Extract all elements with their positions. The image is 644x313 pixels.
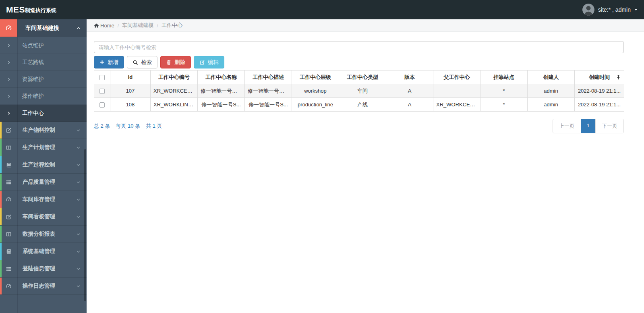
pagination-summary: 总 2 条 每页 10 条 共 1 页: [94, 122, 162, 130]
sidebar: 车间基础建模 站点维护 工艺路线 资源维护 操作维护 工作中心 生产物料控制: [0, 19, 87, 313]
caret-down-icon: [634, 9, 638, 10]
cell-created: 2022-08-19 21:1...: [575, 98, 624, 112]
sidebar-section-label: 生产过程控制: [17, 161, 76, 168]
sidebar-section-label: 生产物料控制: [17, 126, 76, 134]
cell-desc: 修一智能一号车间: [245, 84, 292, 98]
user-menu[interactable]: site:* , admin: [576, 0, 644, 19]
sidebar-section-label: 操作日志管理: [17, 282, 76, 290]
chevron-right-icon: [7, 111, 11, 115]
section-color-strip: [0, 139, 2, 156]
breadcrumb-home-link[interactable]: Home: [94, 23, 114, 29]
next-page-button[interactable]: 下一页: [595, 119, 623, 133]
sidebar-section-workshop-modeling[interactable]: 车间基础建模: [0, 19, 87, 37]
breadcrumb-level1[interactable]: 车间基础建模: [122, 22, 153, 29]
page-1-button[interactable]: 1: [581, 119, 595, 133]
chevron-down-icon: [76, 145, 81, 150]
sidebar-section-system-management[interactable]: 系统基础管理: [0, 243, 87, 260]
sidebar-item-label: 工艺路线: [17, 59, 44, 66]
top-navbar: MES制造执行系统 site:* , admin: [0, 0, 644, 19]
sidebar-section-process-control[interactable]: 生产过程控制: [0, 156, 87, 174]
cell-code: XR_WORKLINE...: [151, 98, 198, 112]
section-color-strip: [0, 226, 2, 243]
breadcrumb-separator: /: [157, 23, 158, 29]
search-input[interactable]: [94, 41, 624, 53]
pin-icon[interactable]: [616, 75, 621, 80]
sidebar-section-label: 车间看板管理: [17, 213, 76, 220]
sidebar-item-operation-maintenance[interactable]: 操作维护: [0, 88, 87, 105]
chevron-down-icon: [76, 284, 81, 288]
user-avatar: [582, 4, 594, 16]
cell-station: *: [480, 84, 528, 98]
app-logo[interactable]: MES制造执行系统: [0, 0, 87, 19]
col-header-parent: 父工作中心: [433, 70, 480, 84]
cell-desc: 修一智能一号S...: [245, 98, 292, 112]
sidebar-section-operation-log[interactable]: 操作日志管理: [0, 278, 87, 295]
col-header-creator: 创建人: [528, 70, 575, 84]
edit-button[interactable]: 编辑: [194, 56, 224, 68]
select-all-checkbox[interactable]: [99, 75, 105, 80]
sidebar-section-kanban-management[interactable]: 车间看板管理: [0, 208, 87, 226]
sidebar-section-inventory-management[interactable]: 车间库存管理: [0, 191, 87, 208]
cell-code: XR_WORKCEN...: [151, 84, 198, 98]
sidebar-item-label: 站点维护: [17, 42, 44, 49]
table-header-row: id 工作中心编号 工作中心名称 工作中心描述 工作中心层级 工作中心类型 版本…: [94, 70, 624, 84]
columns-icon: [6, 231, 12, 237]
section-color-strip: [0, 191, 2, 208]
app-logo-bold: MES: [6, 5, 25, 15]
row-checkbox[interactable]: [99, 89, 105, 94]
sidebar-section-plan-management[interactable]: 生产计划管理: [0, 139, 87, 156]
col-header-level: 工作中心层级: [292, 70, 339, 84]
pagination-pages: 共 1 页: [146, 122, 162, 130]
col-header-code: 工作中心编号: [151, 70, 198, 84]
section-color-strip: [0, 208, 2, 225]
chevron-right-icon: [7, 44, 11, 48]
col-header-select: [94, 70, 110, 84]
edit-icon: [199, 60, 205, 65]
chevron-down-icon: [76, 197, 81, 202]
user-label: site:* , admin: [598, 6, 631, 13]
sidebar-item-resource-maintenance[interactable]: 资源维护: [0, 71, 87, 88]
add-button[interactable]: 新增: [94, 56, 124, 68]
col-header-name: 工作中心名称: [198, 70, 245, 84]
cell-type: 车间: [339, 84, 386, 98]
search-button[interactable]: 检索: [127, 56, 157, 68]
col-header-desc: 工作中心描述: [245, 70, 292, 84]
cell-version: A: [386, 98, 433, 112]
col-header-created: 创建时间: [575, 70, 624, 84]
sidebar-section-material-control[interactable]: 生产物料控制: [0, 122, 87, 139]
table-row[interactable]: 108 XR_WORKLINE... 修一智能一号S... 修一智能一号S...…: [94, 98, 624, 112]
cell-name: 修一智能一号车间: [198, 84, 245, 98]
sidebar-item-station-maintenance[interactable]: 站点维护: [0, 37, 87, 54]
sidebar-scrollbar[interactable]: [84, 149, 86, 301]
pagination-total: 总 2 条: [94, 122, 110, 130]
section-color-strip: [0, 260, 2, 277]
breadcrumb: Home / 车间基础建模 / 工作中心: [87, 19, 644, 32]
sidebar-section-data-analysis[interactable]: 数据分析报表: [0, 226, 87, 243]
sidebar-section-label: 产品质量管理: [17, 178, 76, 186]
chevron-right-icon: [7, 60, 11, 64]
sidebar-section-login-info[interactable]: 登陆信息管理: [0, 260, 87, 278]
trash-icon: [166, 60, 172, 65]
sidebar-item-work-center[interactable]: 工作中心: [0, 105, 87, 122]
sidebar-item-label: 操作维护: [17, 93, 44, 100]
cell-level: production_line: [292, 98, 339, 112]
table-row[interactable]: 107 XR_WORKCEN... 修一智能一号车间 修一智能一号车间 work…: [94, 84, 624, 98]
sidebar-section-quality-management[interactable]: 产品质量管理: [0, 174, 87, 191]
sidebar-item-process-route[interactable]: 工艺路线: [0, 54, 87, 71]
cell-creator: admin: [528, 98, 575, 112]
pagination: 总 2 条 每页 10 条 共 1 页 上一页 1 下一页: [94, 119, 624, 133]
sidebar-section-label: 车间库存管理: [17, 196, 76, 203]
pencil-square-icon: [6, 214, 12, 220]
row-checkbox[interactable]: [99, 102, 105, 108]
columns-icon: [6, 145, 12, 151]
cell-station: *: [480, 98, 528, 112]
chevron-right-icon: [7, 77, 11, 81]
breadcrumb-current: 工作中心: [162, 22, 182, 29]
col-header-id: id: [110, 70, 151, 84]
section-color-strip: [0, 174, 2, 191]
toolbar: 新增 检索 删除 编辑: [94, 56, 624, 68]
delete-button[interactable]: 删除: [160, 56, 191, 68]
prev-page-button[interactable]: 上一页: [553, 119, 581, 133]
chevron-down-icon: [76, 128, 81, 133]
chevron-down-icon: [76, 215, 81, 219]
